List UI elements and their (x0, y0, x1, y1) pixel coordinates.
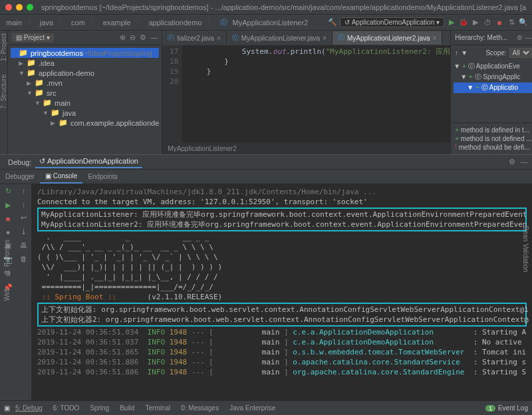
collapse-icon[interactable]: ⊕ (120, 33, 126, 42)
stop-icon[interactable]: ■ (6, 215, 11, 223)
rerun-icon[interactable]: ↻ (5, 187, 11, 196)
console-line: 上下文初始化器: org.springframework.boot.web.se… (37, 303, 527, 327)
event-log-button[interactable]: Event Log (498, 404, 528, 412)
debug-title: Debug: (4, 158, 35, 166)
tab-favorites[interactable]: 2: Favorites (3, 239, 11, 274)
editor-breadcrumb[interactable]: MyApplicationListener2 (162, 142, 450, 154)
build-icon[interactable]: 🔨 (328, 18, 337, 27)
editor-tab[interactable]: ⓒMyApplicationListener2.java× (332, 31, 442, 45)
tree-row[interactable]: ▼📁src (11, 88, 159, 98)
tab-todo[interactable]: 6: TODO (48, 404, 85, 412)
console-toolbar: ↑ ↓ ↩ ⤓ 🖶 🗑 (16, 184, 32, 400)
hide-icon[interactable]: — (521, 158, 528, 166)
minimize-icon[interactable] (16, 4, 23, 11)
debug-panel: Debug: ↺ ApplicationDemoApplication ⚙ — … (0, 154, 532, 400)
console-line: /Library/Java/JavaVirtualMachines/jdk1.8… (37, 187, 527, 197)
zoom-icon[interactable] (27, 4, 33, 11)
console-output[interactable]: /Library/Java/JavaVirtualMachines/jdk1.8… (32, 184, 532, 400)
vcs-icon[interactable]: ⇅ (507, 18, 516, 27)
toggle-icon[interactable]: ▣ (4, 404, 10, 412)
target-icon[interactable]: ⊖ (130, 33, 136, 42)
window-title: springbootdemos [~/IdeaProjects/springbo… (41, 3, 527, 11)
run-config-selector[interactable]: ↺ ApplicationDemoApplication ▾ (340, 17, 444, 27)
console-line: 2019-11-24 00:36:51.034 INFO 1948 --- [ … (37, 327, 527, 337)
tab-spring[interactable]: Spring (84, 404, 114, 412)
bottom-tool-tabs: ▣ 5: Debug 6: TODO Spring Build Terminal… (0, 400, 532, 415)
tab-build[interactable]: Build (114, 404, 140, 412)
tab-project[interactable]: 1: Project (0, 33, 7, 61)
profile-icon[interactable]: ⏱ (483, 18, 492, 27)
gear-icon[interactable]: ⚙ (509, 158, 515, 166)
tree-row[interactable]: 📁pringbootdemos ~/IdeaProjects/spring (11, 48, 159, 58)
hide-icon[interactable]: — (150, 33, 158, 42)
editor-tab[interactable]: ⓒMyApplicationListener.java× (227, 31, 332, 45)
console-line: \\/ ___)| |_)| | | | | || (_| | ) ) ) ) (37, 262, 527, 272)
hide-icon[interactable]: — (525, 34, 532, 41)
gear-icon[interactable]: ⚙ (140, 33, 146, 42)
tab-terminal[interactable]: Terminal (140, 404, 176, 412)
hierarchy-row[interactable]: ▼ + ⓒ Applicatio (454, 82, 532, 93)
search-icon[interactable]: 🔍 (519, 18, 528, 27)
gear-icon[interactable]: ⚙ (517, 34, 523, 41)
wrap-icon[interactable]: ↩ (21, 213, 27, 222)
breakpoints-icon[interactable]: ● (6, 228, 11, 236)
legend-row: ! method should be defi... (455, 143, 531, 152)
hierarchy-row[interactable]: ▼ + ⓒ ApplicationEve (454, 61, 532, 72)
hierarchy-panel: Hierarchy: Meth... ⚙ — ↑ ▼ Scope: All ▼ … (450, 31, 532, 154)
tree-row[interactable]: ▼📁java (11, 108, 159, 118)
gutter: 17 18 19 20 (162, 45, 182, 142)
console-line: . ____ _ __ _ _ (37, 232, 527, 242)
console-line: ( ( )\___ | '_ | '_| | '_ \/ _` | \ \ \ … (37, 252, 527, 262)
console-line: 2019-11-24 00:36:51.886 INFO 1948 --- [ … (37, 367, 527, 377)
scope-label: Scope: (485, 49, 506, 57)
run-icon[interactable]: ▶ (447, 18, 456, 27)
up-icon[interactable]: ↑ (22, 187, 26, 195)
tree-row[interactable]: ▼📁application-demo (11, 68, 159, 78)
tab-debug[interactable]: 5: Debug (10, 404, 48, 412)
event-count-badge[interactable]: 1 (485, 405, 495, 412)
hierarchy-title: Hierarchy: Meth... ⚙ — (451, 31, 532, 45)
down-icon[interactable]: ↓ (22, 200, 26, 208)
tab-structure[interactable]: 7: Structure (0, 74, 7, 109)
console-line: Connected to the target VM, address: '12… (37, 197, 527, 207)
console-line: 2019-11-24 00:36:51.865 INFO 1948 --- [ … (37, 347, 527, 357)
stop-icon[interactable]: ■ (495, 18, 504, 27)
editor-area: ⓒtializer2.java×ⓒMyApplicationListener.j… (162, 31, 450, 154)
console-line: /\\ / ___'_ __ _ _(_)_ __ __ _ \ \ \ \ (37, 242, 527, 252)
scroll-icon[interactable]: ⤓ (21, 227, 27, 236)
debug-subtab[interactable]: Debugger (0, 170, 40, 184)
left-tool-tabs: 1: Project 7: Structure (0, 31, 8, 154)
tree-row[interactable]: ▶📁com.example.applicationde (11, 118, 159, 128)
hierarchy-row[interactable]: ▼ + ⓒ SpringApplic (454, 72, 532, 82)
debug-subtabs: Debugger▣ ConsoleEndpoints (0, 170, 532, 184)
close-icon[interactable] (5, 4, 12, 11)
editor-tab[interactable]: ⓒtializer2.java× (162, 31, 226, 45)
hierarchy-tree[interactable]: ▼ + ⓒ ApplicationEve▼ + ⓒ SpringApplic▼ … (451, 60, 532, 94)
filter-icon[interactable]: ▼ (461, 49, 467, 57)
coverage-icon[interactable]: ▶ (471, 18, 480, 27)
clear-icon[interactable]: 🗑 (20, 255, 27, 263)
debug-icon[interactable]: 🐞 (459, 18, 468, 27)
tab-web[interactable]: Web (3, 287, 11, 301)
project-view-selector[interactable]: ▤ Project ▾ (12, 33, 54, 42)
tree-row[interactable]: ▶📁.idea (11, 58, 159, 68)
breadcrumb[interactable]: main〉 java〉 com〉 example〉 applicationdem… (4, 17, 310, 27)
code-editor[interactable]: System.out.println("MyApplicationListene… (182, 45, 450, 142)
tab-messages[interactable]: 0: Messages (176, 404, 224, 412)
scope-selector[interactable]: All (509, 48, 532, 58)
tree-row[interactable]: ▼📁main (11, 98, 159, 108)
tab-java-enterprise[interactable]: Java Enterprise (224, 404, 281, 412)
project-tree[interactable]: 📁pringbootdemos ~/IdeaProjects/spring▶📁.… (8, 45, 162, 130)
debug-run-tab[interactable]: ↺ ApplicationDemoApplication (35, 156, 142, 168)
print-icon[interactable]: 🖶 (20, 241, 27, 249)
tree-row[interactable]: ▶📁.mvn (11, 78, 159, 88)
console-line: ' |____| .__|_| |_|_| |_\__, | / / / / (37, 272, 527, 282)
tab-bean-validation[interactable]: Bean Validation (522, 226, 529, 272)
console-line: MyApplicationListener: 应用环境准备完毕org.sprin… (37, 208, 527, 231)
resume-icon[interactable]: ▶ (5, 201, 11, 209)
up-icon[interactable]: ↑ (455, 49, 458, 57)
console-line: 2019-11-24 00:36:51.037 INFO 1948 --- [ … (37, 337, 527, 347)
debug-subtab[interactable]: ▣ Console (40, 170, 82, 184)
debug-subtab[interactable]: Endpoints (82, 170, 122, 184)
console-line: :: Spring Boot :: (v2.1.10.RELEASE) (37, 292, 527, 302)
